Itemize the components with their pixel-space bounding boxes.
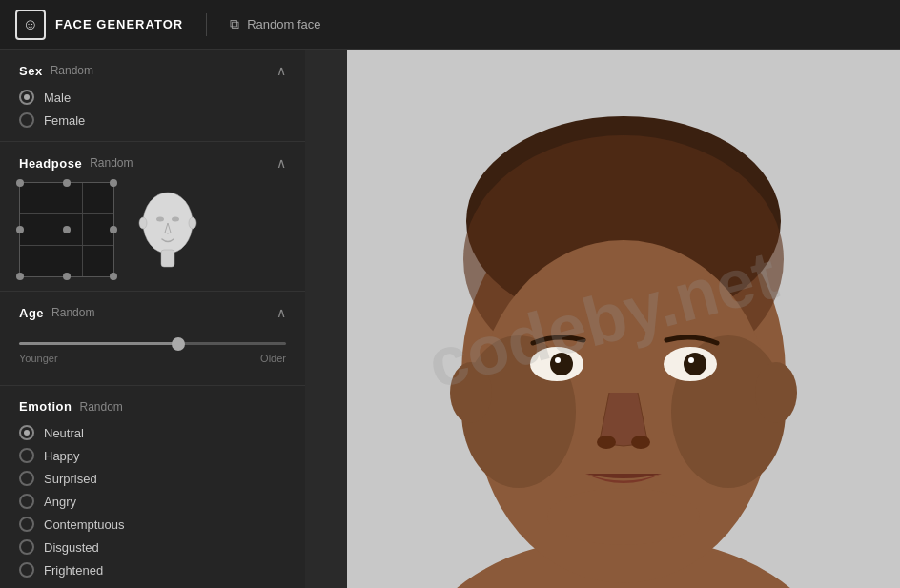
- emotion-label-neutral: Neutral: [44, 426, 84, 440]
- grid-line-v2: [82, 183, 83, 276]
- random-face-icon: ⧉: [230, 16, 239, 32]
- sex-chevron-icon[interactable]: ∧: [276, 63, 286, 78]
- sex-radio-male[interactable]: [19, 90, 34, 105]
- emotion-option-happy[interactable]: Happy: [19, 448, 286, 463]
- headpose-chevron-icon[interactable]: ∧: [276, 155, 286, 171]
- emotion-section-subtitle: Random: [80, 400, 123, 414]
- svg-rect-1: [161, 250, 174, 267]
- headpose-section-header: Headpose Random ∧: [19, 155, 286, 171]
- emotion-radio-contemptuous[interactable]: [19, 517, 34, 532]
- headpose-section: Headpose Random ∧: [0, 142, 305, 292]
- svg-point-23: [597, 436, 616, 449]
- age-section-title: Age: [19, 306, 44, 320]
- emotion-radio-happy[interactable]: [19, 448, 34, 463]
- age-section: Age Random ∧ Younger Older: [0, 292, 305, 386]
- sex-section: Sex Random ∧ Male Female: [0, 50, 305, 142]
- grid-dot-ml: [16, 226, 24, 233]
- svg-point-5: [189, 217, 196, 229]
- grid-dot-mc[interactable]: [63, 226, 71, 233]
- sex-radio-female[interactable]: [19, 112, 34, 128]
- grid-line-h1: [20, 213, 113, 214]
- main-layout: Sex Random ∧ Male Female Headpos: [0, 50, 900, 588]
- svg-point-21: [555, 357, 561, 363]
- sidebar: Sex Random ∧ Male Female Headpos: [0, 50, 305, 588]
- face-svg: [347, 50, 900, 588]
- headpose-title-row: Headpose Random: [19, 156, 133, 171]
- age-section-header: Age Random ∧: [19, 305, 286, 320]
- emotion-option-surprised[interactable]: Surprised: [19, 471, 286, 486]
- emotion-section: Emotion Random Neutral Happy Surprised: [0, 386, 305, 588]
- age-chevron-icon[interactable]: ∧: [276, 305, 286, 320]
- random-face-button[interactable]: ⧉ Random face: [222, 12, 328, 36]
- logo-icon: ☺: [15, 10, 46, 40]
- emotion-radio-neutral[interactable]: [19, 425, 34, 440]
- emotion-list: Neutral Happy Surprised Angry Contemptuo…: [19, 425, 286, 578]
- emotion-section-header: Emotion Random: [19, 399, 286, 414]
- app-logo: ☺ FACE GENERATOR: [15, 10, 183, 40]
- headpose-section-title: Headpose: [19, 156, 82, 171]
- emotion-label-surprised: Surprised: [44, 472, 97, 486]
- emotion-radio-disgusted[interactable]: [19, 539, 34, 555]
- sex-label-female: Female: [44, 113, 85, 128]
- random-face-label: Random face: [247, 17, 320, 31]
- emotion-title-row: Emotion Random: [19, 399, 123, 414]
- age-labels: Younger Older: [19, 353, 286, 364]
- grid-dot-br: [110, 273, 117, 280]
- emotion-label-disgusted: Disgusted: [44, 540, 99, 555]
- header: ☺ FACE GENERATOR ⧉ Random face: [0, 0, 900, 50]
- emotion-option-neutral[interactable]: Neutral: [19, 425, 286, 440]
- head-3d-preview: [130, 182, 206, 277]
- emotion-radio-angry[interactable]: [19, 494, 34, 509]
- svg-point-24: [631, 436, 650, 449]
- headpose-content: [19, 182, 286, 277]
- sex-section-title: Sex: [19, 64, 43, 78]
- grid-dot-tc: [63, 179, 71, 187]
- age-section-subtitle: Random: [51, 306, 94, 319]
- face-panel: codeby.net: [305, 50, 900, 588]
- age-title-row: Age Random: [19, 306, 94, 320]
- grid-dot-bc: [63, 273, 71, 280]
- svg-point-2: [156, 217, 164, 222]
- svg-point-25: [547, 488, 700, 545]
- sex-section-subtitle: Random: [51, 64, 93, 77]
- grid-dot-tl: [16, 179, 24, 187]
- headpose-section-subtitle: Random: [90, 156, 133, 170]
- grid-dot-tr: [110, 179, 117, 187]
- head-svg: [134, 187, 201, 273]
- emotion-radio-surprised[interactable]: [19, 471, 34, 486]
- headpose-grid-control[interactable]: [19, 182, 114, 277]
- age-slider-container: Younger Older: [19, 332, 286, 364]
- svg-point-19: [550, 353, 573, 375]
- svg-point-15: [450, 362, 492, 423]
- sex-label-male: Male: [44, 91, 71, 105]
- face-image-container: [347, 50, 900, 588]
- grid-line-h2: [20, 245, 113, 246]
- app-title: FACE GENERATOR: [55, 17, 183, 31]
- emotion-option-disgusted[interactable]: Disgusted: [19, 539, 286, 555]
- grid-dot-mr: [110, 226, 117, 233]
- emotion-label-angry: Angry: [44, 495, 76, 509]
- grid-dot-bl: [16, 273, 24, 280]
- emotion-option-contemptuous[interactable]: Contemptuous: [19, 517, 286, 532]
- sex-option-male[interactable]: Male: [19, 90, 286, 105]
- emotion-option-angry[interactable]: Angry: [19, 494, 286, 509]
- age-slider[interactable]: [19, 342, 286, 345]
- emotion-label-happy: Happy: [44, 449, 80, 463]
- emotion-label-frightened: Frightened: [44, 563, 103, 578]
- svg-point-20: [684, 353, 706, 375]
- age-label-younger: Younger: [19, 353, 58, 364]
- header-divider: [206, 13, 207, 36]
- svg-point-4: [139, 217, 147, 229]
- grid-line-v1: [51, 183, 51, 276]
- svg-point-22: [688, 357, 694, 363]
- emotion-label-contemptuous: Contemptuous: [44, 517, 125, 532]
- sex-option-female[interactable]: Female: [19, 112, 286, 128]
- sex-radio-group: Male Female: [19, 90, 286, 128]
- emotion-section-title: Emotion: [19, 399, 72, 414]
- sex-title-row: Sex Random: [19, 64, 93, 78]
- emotion-radio-frightened[interactable]: [19, 562, 34, 578]
- emotion-option-frightened[interactable]: Frightened: [19, 562, 286, 578]
- logo-symbol: ☺: [23, 16, 38, 33]
- svg-point-16: [755, 362, 797, 423]
- age-label-older: Older: [260, 353, 286, 364]
